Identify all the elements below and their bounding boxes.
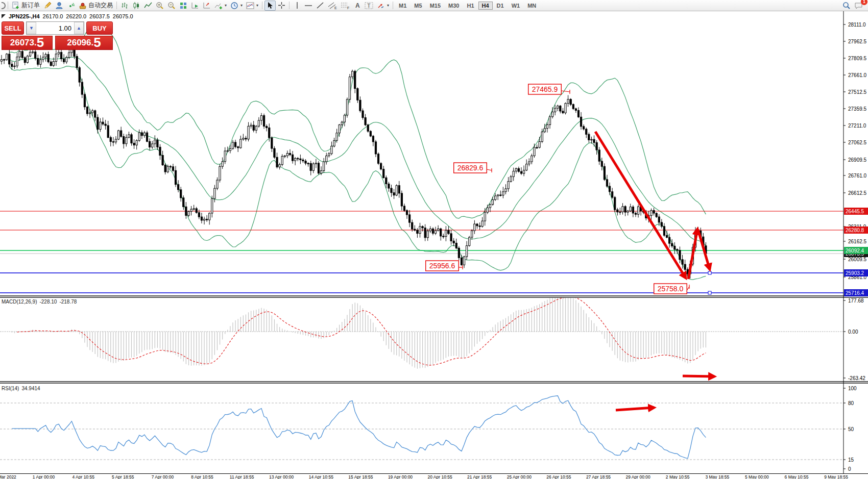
candle-body <box>679 250 681 260</box>
line-handle[interactable] <box>708 271 711 274</box>
zoom-out-button[interactable] <box>166 1 177 11</box>
time-axis[interactable]: 30 Mar 20221 Apr 00:004 Apr 10:555 Apr 1… <box>0 474 868 479</box>
chart-canvas[interactable]: 27465.926829.625956.625758.028111.027962… <box>0 11 868 479</box>
notifications-button[interactable]: 1 <box>853 1 864 11</box>
candle-chart-type-button[interactable] <box>131 1 142 11</box>
text-label-tool-button[interactable]: T <box>363 1 375 11</box>
svg-text:A: A <box>355 2 360 9</box>
candle-body <box>622 207 623 212</box>
community-button[interactable] <box>54 1 65 11</box>
symbol-period-label: JPN225-,H4 <box>9 13 40 19</box>
channel-tool-button[interactable]: E <box>326 1 339 11</box>
candle-body <box>502 192 504 195</box>
time-axis-label: 20 Apr 10:55 <box>417 474 463 479</box>
auto-trading-icon <box>79 2 87 10</box>
candle-body <box>58 52 59 54</box>
trendline-tool-button[interactable] <box>315 1 326 11</box>
buy-button[interactable]: BUY <box>86 21 113 35</box>
text-tool-button[interactable]: A <box>352 1 363 11</box>
buy-price-display[interactable]: 26096.5 <box>55 36 113 50</box>
trendline-icon <box>316 2 324 9</box>
macd-value-1: -228.10 <box>39 299 57 305</box>
main-toolbar: 新订单 自动交易 <box>0 0 868 11</box>
tab-h1[interactable]: H1 <box>463 2 477 10</box>
candle-body <box>97 117 99 129</box>
callout-text: 25758.0 <box>658 285 684 293</box>
auto-trading-button[interactable]: 自动交易 <box>77 1 114 11</box>
vertical-line-tool-button[interactable] <box>292 1 302 11</box>
auto-scroll-button[interactable] <box>189 1 201 11</box>
fibonacci-tool-button[interactable]: F <box>339 1 351 11</box>
axis-tick-label: 26162.5 <box>848 239 867 244</box>
template-chart-icon <box>246 2 254 10</box>
search-button[interactable] <box>841 1 852 11</box>
line-chart-type-button[interactable] <box>142 1 154 11</box>
cursor-tool-button[interactable] <box>264 1 276 11</box>
horizontal-line-tool-button[interactable] <box>303 1 314 11</box>
indicators-button[interactable]: ▾ <box>213 1 228 11</box>
candle-body <box>614 197 616 210</box>
line-handle[interactable] <box>708 291 711 294</box>
candle-body <box>193 209 195 209</box>
shapes-button[interactable]: ▾ <box>375 1 391 11</box>
time-axis-label: 19 Apr 00:00 <box>377 474 423 479</box>
volume-decrease-button[interactable]: ▼ <box>27 22 36 34</box>
candle-body <box>598 150 600 161</box>
candle-body <box>229 148 231 150</box>
candle-body <box>300 159 301 160</box>
candle-body <box>666 235 667 237</box>
candle-body <box>84 94 85 107</box>
axis-tick-label: 27512.5 <box>848 89 867 95</box>
candle-body <box>292 155 293 161</box>
candle-body <box>424 228 426 238</box>
tab-m1[interactable]: M1 <box>395 2 410 10</box>
red-arrow[interactable] <box>683 376 714 376</box>
candle-body <box>557 106 559 108</box>
signals-button[interactable] <box>65 1 77 11</box>
candle-body <box>94 111 96 117</box>
candle-body <box>11 64 13 67</box>
candle-body <box>323 162 325 171</box>
candle-body <box>570 99 571 105</box>
tab-m30[interactable]: M30 <box>445 2 463 10</box>
callout-text: 26829.6 <box>457 164 484 172</box>
candle-body <box>661 222 662 226</box>
bar-chart-type-button[interactable] <box>119 1 130 11</box>
candle-body <box>110 137 111 141</box>
tile-windows-button[interactable] <box>178 1 189 11</box>
volume-input[interactable] <box>36 22 74 34</box>
collapse-trade-panel-icon[interactable] <box>2 14 6 18</box>
candle-body <box>24 58 26 63</box>
tab-d1[interactable]: D1 <box>493 2 508 10</box>
candle-body <box>601 161 602 166</box>
candle-body <box>146 133 148 141</box>
tab-mn[interactable]: MN <box>524 2 540 10</box>
zoom-in-button[interactable] <box>154 1 165 11</box>
new-order-button[interactable]: 新订单 <box>10 1 41 11</box>
tab-h4[interactable]: H4 <box>478 2 493 10</box>
styles-button[interactable] <box>42 1 53 11</box>
candle-body <box>409 215 411 222</box>
candle-body <box>354 71 356 89</box>
tab-m5[interactable]: M5 <box>411 2 425 10</box>
sell-button[interactable]: SELL <box>2 21 24 35</box>
sell-price-display[interactable]: 26073.5 <box>2 36 53 50</box>
candle-body <box>365 118 366 125</box>
candle-body <box>188 211 189 215</box>
candle-body <box>312 164 314 170</box>
candle-body <box>445 230 447 236</box>
templates-button[interactable]: ▾ <box>245 1 260 11</box>
candle-body <box>35 52 36 59</box>
candle-body <box>515 168 517 171</box>
candle-body <box>650 210 652 215</box>
candle-body <box>612 192 613 197</box>
volume-increase-button[interactable]: ▲ <box>74 22 84 34</box>
periods-button[interactable]: ▾ <box>229 1 244 11</box>
tab-w1[interactable]: W1 <box>508 2 524 10</box>
chart-shift-button[interactable] <box>201 1 212 11</box>
candle-body <box>222 162 223 167</box>
candle-body <box>120 131 122 137</box>
crosshair-tool-button[interactable] <box>276 1 287 11</box>
tab-m15[interactable]: M15 <box>426 2 444 10</box>
time-axis-label: 3 May 18:55 <box>694 474 740 479</box>
